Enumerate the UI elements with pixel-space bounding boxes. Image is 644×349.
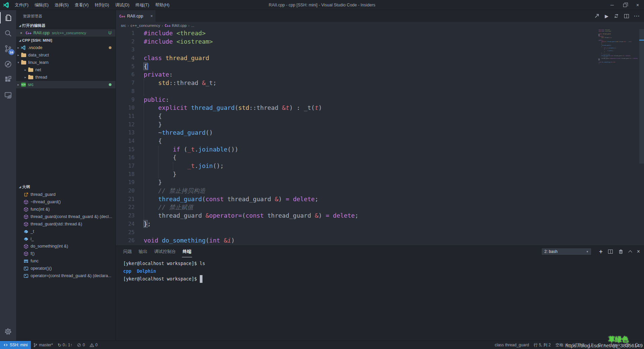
terminal-output[interactable]: [yker@localhost workspace]$ lscpp Dolphi… <box>116 257 644 341</box>
outline-item[interactable]: ~thread_guard() <box>16 198 116 206</box>
outline-item[interactable]: operator()() <box>16 265 116 272</box>
symbol-method-icon <box>23 200 29 205</box>
outline-item-label: operator()() <box>31 266 52 271</box>
indent-guide <box>144 104 144 112</box>
kill-terminal-icon[interactable] <box>618 249 624 254</box>
activitybar-extensions-icon[interactable] <box>0 72 16 87</box>
status-problems-warnings[interactable]: 0 <box>87 341 100 349</box>
close-panel-icon[interactable]: × <box>637 249 640 255</box>
split-terminal-icon[interactable] <box>608 250 613 254</box>
line-number: 19 <box>116 178 135 187</box>
panel-tab-问题[interactable]: 问题 <box>123 246 133 257</box>
tree-item-net[interactable]: ▸net <box>16 66 116 74</box>
status-git-branch[interactable]: master* <box>31 341 55 349</box>
menu-S[interactable]: 选择(S) <box>52 0 72 10</box>
activitybar-search-icon[interactable] <box>0 26 16 41</box>
line-number: 6 <box>116 71 135 79</box>
split-editor-icon[interactable] <box>624 14 629 18</box>
scrollbar-thumb[interactable] <box>639 29 644 164</box>
status-label: LF <box>589 343 594 347</box>
outline-item[interactable]: _t <box>16 228 116 235</box>
code-line: 6private: <box>116 71 644 79</box>
status-problems-errors[interactable]: 0 <box>75 341 87 349</box>
breadcrumb-item[interactable]: ... <box>191 24 194 28</box>
indent-guide <box>158 145 158 154</box>
menu-H[interactable]: 帮助(H) <box>152 0 172 10</box>
tree-item-linux_learn[interactable]: ▾linux_learn <box>16 59 116 66</box>
outline-item[interactable]: func(int &) <box>16 206 116 213</box>
overview-ruler-marker <box>639 40 644 41</box>
menu-E[interactable]: 编辑(E) <box>32 0 52 10</box>
tree-item-data_struct[interactable]: ▸data_struct <box>16 51 116 59</box>
minimap[interactable]: #include <thread>#include <iostream> cla… <box>599 30 639 64</box>
open-editor-item[interactable]: × C++ RAII.cpp src/c++_concurrency U <box>16 29 116 37</box>
outline-item[interactable]: operator=(const thread_guard &) (declara… <box>16 272 116 279</box>
menu-D[interactable]: 调试(D) <box>112 0 132 10</box>
src-folder-icon: </> <box>20 83 26 87</box>
outline-item[interactable]: func <box>16 257 116 265</box>
activitybar-debug-icon[interactable] <box>0 56 16 72</box>
status-notifications[interactable] <box>632 341 641 349</box>
menu-T[interactable]: 终端(T) <box>132 0 152 10</box>
indent-guide <box>144 203 144 212</box>
indent-guide <box>144 195 144 204</box>
panel-tab-调试控制台[interactable]: 调试控制台 <box>153 246 177 257</box>
status-eol[interactable]: LF <box>587 341 596 349</box>
run-code-icon[interactable] <box>594 13 600 19</box>
status-encoding[interactable]: UTF-8 <box>570 341 587 349</box>
panel-tab-终端[interactable]: 终端 <box>182 246 192 257</box>
menu-V[interactable]: 查看(V) <box>72 0 92 10</box>
tree-item-.vscode[interactable]: ▸.vscode <box>16 44 116 51</box>
activitybar-settings-gear-icon[interactable] <box>0 324 16 339</box>
status-remote-indicator[interactable]: SSH: mini <box>0 341 31 349</box>
status-git-sync[interactable]: ↻0↓ 1↑ <box>55 341 75 349</box>
chevron-right-icon: ▸ <box>23 68 28 72</box>
line-number: 7 <box>116 79 135 87</box>
outline-item[interactable]: thread_guard(std::thread &) <box>16 220 116 228</box>
outline-item[interactable]: do_something(int &) <box>16 243 116 250</box>
breadcrumb-item[interactable]: src <box>121 24 126 28</box>
restore-button[interactable] <box>618 0 631 10</box>
outline-item[interactable]: thread_guard <box>16 191 116 198</box>
code-editor[interactable]: 1#include <thread>2#include <iostream>34… <box>116 29 644 246</box>
status-symbol-context[interactable]: class thread_guard <box>493 341 532 349</box>
code-line: 1#include <thread> <box>116 29 644 38</box>
minimize-button[interactable]: ─ <box>606 0 618 10</box>
close-button[interactable]: × <box>631 0 644 10</box>
status-cursor-position[interactable]: 行 5, 列 2 <box>532 341 553 349</box>
tree-item-src[interactable]: ▸</>src <box>16 81 116 88</box>
editor-scrollbar[interactable] <box>639 29 644 246</box>
symbol-struct-icon <box>23 259 29 264</box>
activitybar-explorer-icon[interactable] <box>0 10 16 26</box>
switch-header-source-icon[interactable] <box>613 13 619 19</box>
outline-item[interactable]: thread_guard(const thread_guard &) (decl… <box>16 213 116 220</box>
menu-F[interactable]: 文件(F) <box>12 0 32 10</box>
status-language-mode[interactable]: C++ <box>596 341 608 349</box>
folder-section-header[interactable]: ◢ CPP [SSH: MINI] <box>16 37 116 44</box>
tab-close-icon[interactable]: × <box>150 14 153 18</box>
new-terminal-icon[interactable]: + <box>599 248 603 255</box>
activitybar-remote-explorer-icon[interactable] <box>0 87 16 103</box>
window-controls: ─ × <box>606 0 644 10</box>
breadcrumb-item[interactable]: C++RAII.cpp <box>165 24 187 28</box>
maximize-panel-icon[interactable] <box>629 250 632 254</box>
terminal-select[interactable]: 2: bash ▼ <box>541 248 592 255</box>
activitybar-source-control-icon[interactable]: 16 <box>0 41 16 56</box>
line-number: 25 <box>116 228 135 237</box>
outline-item[interactable]: i_ <box>16 235 116 243</box>
status-indentation[interactable]: 空格: 4 <box>553 341 570 349</box>
status-feedback[interactable] <box>623 341 632 349</box>
breadcrumb-item[interactable]: c++_concurrency <box>131 24 160 28</box>
tab-raii-cpp[interactable]: C++ RAII.cpp × <box>116 10 155 22</box>
tree-item-thread[interactable]: ▸thread <box>16 74 116 81</box>
menu-G[interactable]: 转到(G) <box>92 0 112 10</box>
outline-item-label: thread_guard(const thread_guard &) (decl… <box>31 214 112 219</box>
run-icon[interactable]: ▶ <box>605 13 608 19</box>
outline-item[interactable]: f() <box>16 250 116 257</box>
open-editors-header[interactable]: ◢ 打开的编辑器 <box>16 22 116 29</box>
status-remote-os[interactable]: Linux <box>608 341 623 349</box>
panel-tab-输出[interactable]: 输出 <box>138 246 148 257</box>
outline-section-header[interactable]: ◢ 大纲 <box>16 183 116 191</box>
more-actions-icon[interactable]: ··· <box>634 13 640 19</box>
close-editor-icon[interactable]: × <box>19 31 24 35</box>
